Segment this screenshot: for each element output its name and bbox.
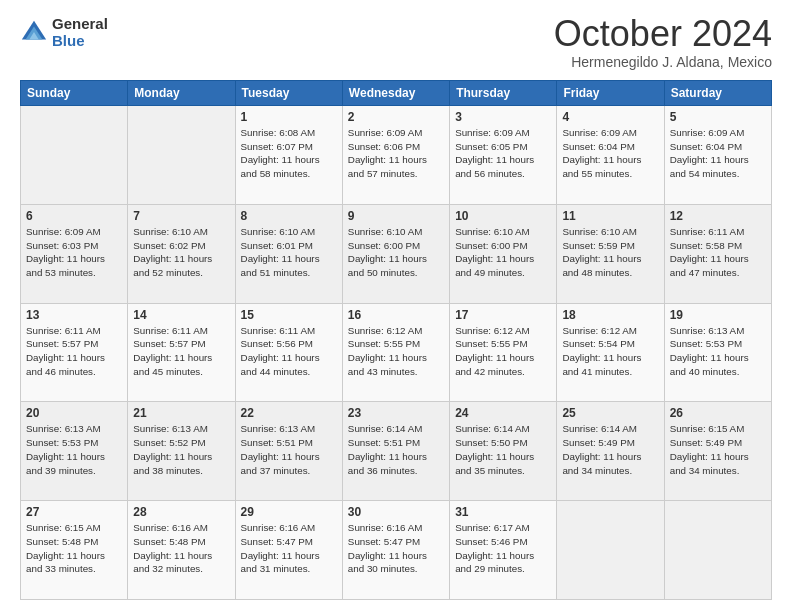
day-number: 25 bbox=[562, 406, 658, 420]
cell-content: Sunrise: 6:17 AM Sunset: 5:46 PM Dayligh… bbox=[455, 521, 551, 576]
calendar-header-row: SundayMondayTuesdayWednesdayThursdayFrid… bbox=[21, 81, 772, 106]
day-number: 8 bbox=[241, 209, 337, 223]
cell-content: Sunrise: 6:09 AM Sunset: 6:04 PM Dayligh… bbox=[670, 126, 766, 181]
calendar-cell: 29Sunrise: 6:16 AM Sunset: 5:47 PM Dayli… bbox=[235, 501, 342, 600]
cell-content: Sunrise: 6:16 AM Sunset: 5:47 PM Dayligh… bbox=[348, 521, 444, 576]
day-number: 26 bbox=[670, 406, 766, 420]
day-number: 7 bbox=[133, 209, 229, 223]
cell-content: Sunrise: 6:10 AM Sunset: 5:59 PM Dayligh… bbox=[562, 225, 658, 280]
calendar-cell bbox=[128, 106, 235, 205]
day-number: 3 bbox=[455, 110, 551, 124]
day-number: 30 bbox=[348, 505, 444, 519]
header: General Blue October 2024 Hermenegildo J… bbox=[20, 16, 772, 70]
calendar-cell: 17Sunrise: 6:12 AM Sunset: 5:55 PM Dayli… bbox=[450, 303, 557, 402]
day-number: 2 bbox=[348, 110, 444, 124]
logo: General Blue bbox=[20, 16, 108, 49]
logo-blue-text: Blue bbox=[52, 33, 108, 50]
calendar-cell: 31Sunrise: 6:17 AM Sunset: 5:46 PM Dayli… bbox=[450, 501, 557, 600]
calendar-cell: 6Sunrise: 6:09 AM Sunset: 6:03 PM Daylig… bbox=[21, 204, 128, 303]
calendar-cell: 9Sunrise: 6:10 AM Sunset: 6:00 PM Daylig… bbox=[342, 204, 449, 303]
calendar-cell bbox=[557, 501, 664, 600]
calendar-cell bbox=[21, 106, 128, 205]
calendar-cell: 30Sunrise: 6:16 AM Sunset: 5:47 PM Dayli… bbox=[342, 501, 449, 600]
day-number: 15 bbox=[241, 308, 337, 322]
day-header-monday: Monday bbox=[128, 81, 235, 106]
calendar-cell: 3Sunrise: 6:09 AM Sunset: 6:05 PM Daylig… bbox=[450, 106, 557, 205]
calendar-cell: 7Sunrise: 6:10 AM Sunset: 6:02 PM Daylig… bbox=[128, 204, 235, 303]
cell-content: Sunrise: 6:11 AM Sunset: 5:57 PM Dayligh… bbox=[26, 324, 122, 379]
cell-content: Sunrise: 6:12 AM Sunset: 5:55 PM Dayligh… bbox=[348, 324, 444, 379]
cell-content: Sunrise: 6:16 AM Sunset: 5:47 PM Dayligh… bbox=[241, 521, 337, 576]
day-number: 21 bbox=[133, 406, 229, 420]
calendar-week-row: 6Sunrise: 6:09 AM Sunset: 6:03 PM Daylig… bbox=[21, 204, 772, 303]
calendar-cell: 12Sunrise: 6:11 AM Sunset: 5:58 PM Dayli… bbox=[664, 204, 771, 303]
calendar-week-row: 20Sunrise: 6:13 AM Sunset: 5:53 PM Dayli… bbox=[21, 402, 772, 501]
day-number: 20 bbox=[26, 406, 122, 420]
day-number: 31 bbox=[455, 505, 551, 519]
calendar-cell: 27Sunrise: 6:15 AM Sunset: 5:48 PM Dayli… bbox=[21, 501, 128, 600]
cell-content: Sunrise: 6:10 AM Sunset: 6:00 PM Dayligh… bbox=[348, 225, 444, 280]
page: General Blue October 2024 Hermenegildo J… bbox=[0, 0, 792, 612]
cell-content: Sunrise: 6:15 AM Sunset: 5:48 PM Dayligh… bbox=[26, 521, 122, 576]
month-title: October 2024 bbox=[554, 16, 772, 52]
day-number: 12 bbox=[670, 209, 766, 223]
day-number: 24 bbox=[455, 406, 551, 420]
day-number: 27 bbox=[26, 505, 122, 519]
calendar-cell: 18Sunrise: 6:12 AM Sunset: 5:54 PM Dayli… bbox=[557, 303, 664, 402]
cell-content: Sunrise: 6:11 AM Sunset: 5:58 PM Dayligh… bbox=[670, 225, 766, 280]
day-header-tuesday: Tuesday bbox=[235, 81, 342, 106]
calendar-cell: 8Sunrise: 6:10 AM Sunset: 6:01 PM Daylig… bbox=[235, 204, 342, 303]
day-number: 6 bbox=[26, 209, 122, 223]
calendar-week-row: 13Sunrise: 6:11 AM Sunset: 5:57 PM Dayli… bbox=[21, 303, 772, 402]
cell-content: Sunrise: 6:12 AM Sunset: 5:54 PM Dayligh… bbox=[562, 324, 658, 379]
calendar-cell: 25Sunrise: 6:14 AM Sunset: 5:49 PM Dayli… bbox=[557, 402, 664, 501]
cell-content: Sunrise: 6:09 AM Sunset: 6:03 PM Dayligh… bbox=[26, 225, 122, 280]
cell-content: Sunrise: 6:14 AM Sunset: 5:50 PM Dayligh… bbox=[455, 422, 551, 477]
calendar-cell: 1Sunrise: 6:08 AM Sunset: 6:07 PM Daylig… bbox=[235, 106, 342, 205]
calendar-cell: 28Sunrise: 6:16 AM Sunset: 5:48 PM Dayli… bbox=[128, 501, 235, 600]
calendar-table: SundayMondayTuesdayWednesdayThursdayFrid… bbox=[20, 80, 772, 600]
calendar-cell: 14Sunrise: 6:11 AM Sunset: 5:57 PM Dayli… bbox=[128, 303, 235, 402]
calendar-cell: 10Sunrise: 6:10 AM Sunset: 6:00 PM Dayli… bbox=[450, 204, 557, 303]
day-number: 1 bbox=[241, 110, 337, 124]
cell-content: Sunrise: 6:10 AM Sunset: 6:01 PM Dayligh… bbox=[241, 225, 337, 280]
day-number: 19 bbox=[670, 308, 766, 322]
day-number: 17 bbox=[455, 308, 551, 322]
cell-content: Sunrise: 6:10 AM Sunset: 6:02 PM Dayligh… bbox=[133, 225, 229, 280]
calendar-cell: 4Sunrise: 6:09 AM Sunset: 6:04 PM Daylig… bbox=[557, 106, 664, 205]
day-number: 18 bbox=[562, 308, 658, 322]
calendar-cell: 21Sunrise: 6:13 AM Sunset: 5:52 PM Dayli… bbox=[128, 402, 235, 501]
cell-content: Sunrise: 6:08 AM Sunset: 6:07 PM Dayligh… bbox=[241, 126, 337, 181]
day-number: 4 bbox=[562, 110, 658, 124]
cell-content: Sunrise: 6:14 AM Sunset: 5:51 PM Dayligh… bbox=[348, 422, 444, 477]
calendar-cell: 26Sunrise: 6:15 AM Sunset: 5:49 PM Dayli… bbox=[664, 402, 771, 501]
calendar-cell: 2Sunrise: 6:09 AM Sunset: 6:06 PM Daylig… bbox=[342, 106, 449, 205]
day-header-saturday: Saturday bbox=[664, 81, 771, 106]
location-subtitle: Hermenegildo J. Aldana, Mexico bbox=[554, 54, 772, 70]
calendar-cell: 16Sunrise: 6:12 AM Sunset: 5:55 PM Dayli… bbox=[342, 303, 449, 402]
day-header-sunday: Sunday bbox=[21, 81, 128, 106]
cell-content: Sunrise: 6:10 AM Sunset: 6:00 PM Dayligh… bbox=[455, 225, 551, 280]
cell-content: Sunrise: 6:14 AM Sunset: 5:49 PM Dayligh… bbox=[562, 422, 658, 477]
cell-content: Sunrise: 6:16 AM Sunset: 5:48 PM Dayligh… bbox=[133, 521, 229, 576]
calendar-cell: 13Sunrise: 6:11 AM Sunset: 5:57 PM Dayli… bbox=[21, 303, 128, 402]
cell-content: Sunrise: 6:13 AM Sunset: 5:53 PM Dayligh… bbox=[26, 422, 122, 477]
day-number: 16 bbox=[348, 308, 444, 322]
cell-content: Sunrise: 6:09 AM Sunset: 6:04 PM Dayligh… bbox=[562, 126, 658, 181]
calendar-cell: 22Sunrise: 6:13 AM Sunset: 5:51 PM Dayli… bbox=[235, 402, 342, 501]
day-number: 22 bbox=[241, 406, 337, 420]
calendar-cell: 20Sunrise: 6:13 AM Sunset: 5:53 PM Dayli… bbox=[21, 402, 128, 501]
cell-content: Sunrise: 6:15 AM Sunset: 5:49 PM Dayligh… bbox=[670, 422, 766, 477]
cell-content: Sunrise: 6:11 AM Sunset: 5:57 PM Dayligh… bbox=[133, 324, 229, 379]
calendar-week-row: 27Sunrise: 6:15 AM Sunset: 5:48 PM Dayli… bbox=[21, 501, 772, 600]
day-number: 9 bbox=[348, 209, 444, 223]
calendar-cell: 23Sunrise: 6:14 AM Sunset: 5:51 PM Dayli… bbox=[342, 402, 449, 501]
cell-content: Sunrise: 6:13 AM Sunset: 5:53 PM Dayligh… bbox=[670, 324, 766, 379]
day-number: 14 bbox=[133, 308, 229, 322]
cell-content: Sunrise: 6:11 AM Sunset: 5:56 PM Dayligh… bbox=[241, 324, 337, 379]
day-number: 5 bbox=[670, 110, 766, 124]
day-number: 11 bbox=[562, 209, 658, 223]
day-number: 28 bbox=[133, 505, 229, 519]
cell-content: Sunrise: 6:09 AM Sunset: 6:06 PM Dayligh… bbox=[348, 126, 444, 181]
logo-text: General Blue bbox=[52, 16, 108, 49]
